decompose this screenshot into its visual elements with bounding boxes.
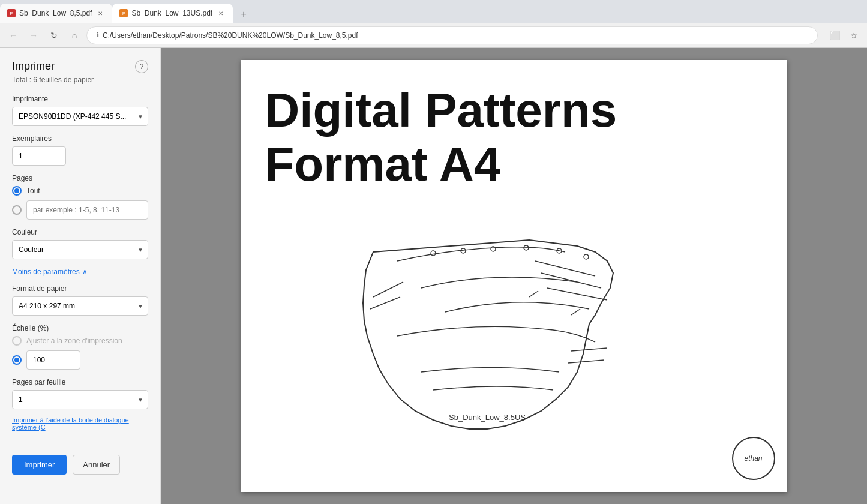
svg-line-11	[571, 348, 607, 351]
tab-1-favicon: P	[7, 9, 16, 17]
favorites-button[interactable]: ☆	[845, 27, 862, 44]
color-label: Couleur	[12, 228, 148, 236]
pdf-page: Digital Patterns Format A4	[241, 60, 787, 492]
home-button[interactable]: ⌂	[66, 27, 83, 44]
tab-1-close[interactable]: ✕	[95, 8, 105, 18]
scale-custom-row	[12, 350, 148, 370]
address-text: C:/Users/ethan/Desktop/Patrons/SB%20DUNK…	[103, 31, 358, 40]
print-title: Imprimer	[12, 60, 55, 73]
system-print-link[interactable]: Imprimer à l'aide de la boite de dialogu…	[12, 416, 148, 431]
scale-input[interactable]	[26, 350, 80, 370]
pages-per-sheet-select[interactable]: 1	[12, 390, 148, 409]
pages-per-sheet-label: Pages par feuille	[12, 378, 148, 386]
shoe-pattern-svg: Sb_Dunk_Low_8.5US	[301, 204, 697, 468]
printer-label: Imprimante	[12, 95, 148, 103]
signature-text: ethan	[744, 454, 762, 463]
pages-label: Pages	[12, 174, 148, 182]
address-input[interactable]: ℹ C:/Users/ethan/Desktop/Patrons/SB%20DU…	[86, 26, 818, 44]
signature-circle: ethan	[732, 437, 775, 480]
tab-2-close[interactable]: ✕	[216, 8, 226, 18]
print-help-button[interactable]: ?	[135, 60, 148, 73]
svg-point-0	[431, 251, 436, 256]
scale-fit-radio	[12, 336, 22, 346]
pages-range-input[interactable]	[26, 200, 148, 220]
scale-fit-label: Ajuster à la zone d'impression	[26, 337, 122, 345]
cancel-button[interactable]: Annuler	[73, 455, 120, 475]
pages-range-row	[12, 200, 148, 220]
svg-point-3	[524, 245, 529, 250]
bottom-actions: Imprimer Annuler	[12, 445, 148, 484]
less-params-chevron: ∧	[82, 268, 88, 276]
tab-1[interactable]: P Sb_Dunk_Low_8,5.pdf ✕	[0, 4, 112, 23]
color-select[interactable]: Couleur	[12, 240, 148, 259]
address-bar: ← → ↻ ⌂ ℹ C:/Users/ethan/Desktop/Patrons…	[0, 23, 867, 48]
print-button[interactable]: Imprimer	[12, 455, 67, 475]
scale-fit-row: Ajuster à la zone d'impression	[12, 336, 148, 346]
svg-point-5	[584, 254, 589, 259]
pdf-pattern-area: Sb_Dunk_Low_8.5US	[301, 204, 697, 468]
svg-point-1	[461, 248, 466, 253]
less-params-link[interactable]: Moins de paramètres ∧	[12, 268, 148, 276]
printer-select-input[interactable]: EPSON90B1DD (XP-442 445 S...	[12, 107, 148, 126]
pages-range-radio[interactable]	[12, 205, 22, 215]
svg-line-8	[547, 288, 607, 300]
printer-select[interactable]: EPSON90B1DD (XP-442 445 S... ▼	[12, 107, 148, 126]
new-tab-button[interactable]: +	[235, 6, 252, 23]
pdf-heading1: Digital Patterns	[265, 84, 763, 137]
paper-format-select[interactable]: A4 210 x 297 mm	[12, 296, 148, 316]
pages-options: Tout	[12, 186, 148, 220]
svg-line-10	[370, 297, 400, 309]
color-select-wrapper[interactable]: Couleur ▼	[12, 240, 148, 259]
copies-label: Exemplaires	[12, 134, 148, 143]
pdf-viewer: Digital Patterns Format A4	[161, 48, 867, 504]
main-layout: Imprimer ? Total : 6 feuilles de papier …	[0, 48, 867, 504]
scale-label: Échelle (%)	[12, 324, 148, 332]
svg-line-13	[529, 291, 538, 297]
tab-2[interactable]: P Sb_Dunk_Low_13US.pdf ✕	[112, 4, 233, 23]
pages-all-radio[interactable]	[12, 186, 22, 196]
svg-line-12	[568, 360, 604, 363]
tab-1-label: Sb_Dunk_Low_8,5.pdf	[19, 9, 92, 17]
reload-button[interactable]: ↻	[46, 27, 62, 44]
print-subtitle: Total : 6 feuilles de papier	[12, 76, 148, 84]
pages-all-label: Tout	[26, 187, 40, 195]
svg-line-9	[373, 282, 403, 297]
address-info-icon: ℹ	[97, 31, 99, 39]
pages-all-row: Tout	[12, 186, 148, 196]
browser-chrome: P Sb_Dunk_Low_8,5.pdf ✕ P Sb_Dunk_Low_13…	[0, 0, 867, 48]
pages-per-sheet-select-wrapper[interactable]: 1 ▼	[12, 390, 148, 409]
print-header: Imprimer ?	[12, 60, 148, 73]
extensions-button[interactable]: ⬜	[826, 27, 843, 44]
copies-input[interactable]	[12, 146, 66, 166]
paper-format-label: Format de papier	[12, 284, 148, 293]
tab-bar: P Sb_Dunk_Low_8,5.pdf ✕ P Sb_Dunk_Low_13…	[0, 0, 867, 23]
toolbar-icons: ⬜ ☆	[826, 27, 862, 44]
pdf-heading2: Format A4	[265, 137, 763, 192]
tab-2-favicon: P	[119, 9, 128, 17]
paper-format-select-wrapper[interactable]: A4 210 x 297 mm ▼	[12, 296, 148, 316]
svg-text:Sb_Dunk_Low_8.5US: Sb_Dunk_Low_8.5US	[449, 413, 526, 422]
scale-custom-radio[interactable]	[12, 355, 22, 365]
back-button[interactable]: ←	[5, 27, 22, 44]
less-params-text: Moins de paramètres	[12, 268, 80, 276]
scale-options: Ajuster à la zone d'impression	[12, 336, 148, 370]
svg-line-14	[571, 309, 580, 315]
forward-button[interactable]: →	[25, 27, 42, 44]
tab-2-label: Sb_Dunk_Low_13US.pdf	[131, 9, 212, 17]
print-panel: Imprimer ? Total : 6 feuilles de papier …	[0, 48, 161, 504]
